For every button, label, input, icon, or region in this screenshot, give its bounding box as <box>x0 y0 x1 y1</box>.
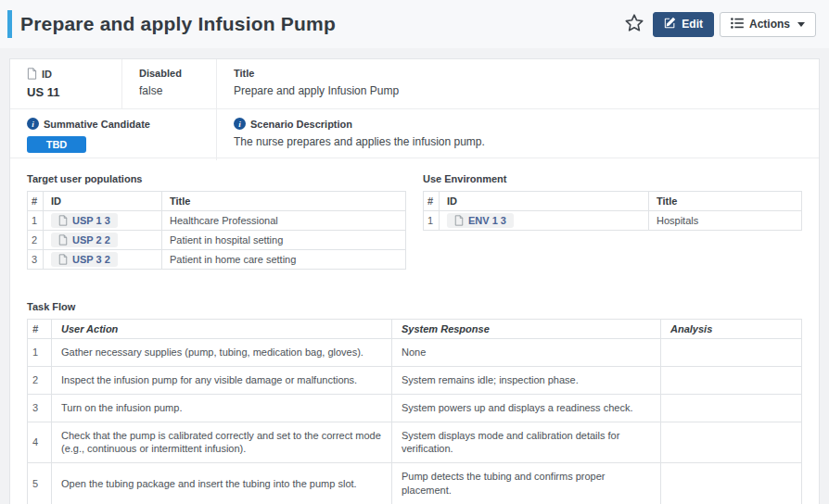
analysis-cell <box>661 463 802 504</box>
system-response-cell: System remains idle; inspection phase. <box>392 366 661 394</box>
pencil-square-icon <box>664 17 676 32</box>
summative-label: Summative Candidate <box>44 119 150 130</box>
document-icon <box>27 68 37 80</box>
table-head: # ID Title <box>28 192 406 211</box>
table-body: 1 ENV 1 3 <box>424 211 802 231</box>
id-chip-link[interactable]: USP 3 2 <box>51 252 118 267</box>
column-header-title: Title <box>649 192 802 211</box>
title-cell: Title Prepare and apply Infusion Pump <box>216 59 819 108</box>
column-header-analysis: Analysis <box>661 320 802 339</box>
table-row: 5 Open the tubing package and insert the… <box>28 463 802 504</box>
table-row: 1 ENV 1 3 <box>424 211 802 231</box>
table-body: 1 Gather necessary supplies (pump, tubin… <box>28 339 802 504</box>
table-row: 2 Inspect the infusion pump for any visi… <box>28 366 802 394</box>
id-cell: ID US 11 <box>10 59 121 108</box>
use-environment-table: # ID Title 1 <box>423 191 802 231</box>
row-title-cell: Hospitals <box>649 211 802 231</box>
id-chip-link[interactable]: USP 2 2 <box>51 233 118 247</box>
content-card: ID US 11 Disabled false Title Prepare an… <box>9 58 820 504</box>
id-chip-label: USP 1 3 <box>72 215 110 226</box>
user-action-cell: Turn on the infusion pump. <box>52 394 392 422</box>
table-body: 1 USP 1 3 <box>28 211 406 270</box>
id-label: ID <box>42 69 52 80</box>
id-chip-label: USP 3 2 <box>72 254 110 265</box>
scenario-description-cell: i Scenario Description The nurse prepare… <box>216 109 819 160</box>
table-row: 3 Turn on the infusion pump. System powe… <box>28 394 802 422</box>
document-icon <box>58 234 68 246</box>
user-action-cell: Check that the pump is calibrated correc… <box>52 422 392 463</box>
title-value: Prepare and apply Infusion Pump <box>234 84 802 97</box>
id-value: US 11 <box>27 85 105 99</box>
edit-button[interactable]: Edit <box>653 12 714 37</box>
document-icon <box>454 215 464 226</box>
row-id-cell: USP 2 2 <box>44 231 162 250</box>
row-title-cell: Healthcare Professional <box>162 211 406 231</box>
actions-button-label: Actions <box>749 18 790 31</box>
user-action-cell: Gather necessary supplies (pump, tubing,… <box>52 339 392 367</box>
favorite-star-button[interactable] <box>623 12 645 37</box>
table-head: # ID Title <box>424 192 802 211</box>
column-header-title: Title <box>162 192 406 211</box>
row-id-cell: USP 3 2 <box>44 250 162 270</box>
column-header-id: ID <box>440 192 649 211</box>
document-icon <box>58 215 68 226</box>
system-response-cell: None <box>392 339 661 367</box>
column-header-user-action: User Action <box>52 320 392 339</box>
list-icon <box>731 18 744 32</box>
table-head: # User Action System Response Analysis <box>28 320 802 339</box>
scenario-label-row: i Scenario Description <box>234 118 802 130</box>
system-response-cell: Pump detects the tubing and confirms pro… <box>392 463 661 504</box>
summative-candidate-cell: i Summative Candidate TBD <box>10 109 216 160</box>
star-icon <box>623 12 645 37</box>
analysis-cell <box>661 339 802 367</box>
table-row: 3 USP 3 2 <box>28 250 406 270</box>
row-number: 1 <box>28 339 52 367</box>
row-id-cell: ENV 1 3 <box>440 211 649 231</box>
document-icon <box>58 254 68 265</box>
summative-tbd-badge[interactable]: TBD <box>27 136 86 153</box>
disabled-cell: Disabled false <box>121 59 216 108</box>
column-header-id: ID <box>44 192 162 211</box>
title-label: Title <box>234 68 802 79</box>
table-row: 1 Gather necessary supplies (pump, tubin… <box>28 339 802 367</box>
disabled-label: Disabled <box>139 68 199 79</box>
info-row-1: ID US 11 Disabled false Title Prepare an… <box>10 59 819 109</box>
scenario-value: The nurse prepares and applies the infus… <box>234 135 802 148</box>
task-flow-title: Task Flow <box>27 301 802 312</box>
target-user-populations-title: Target user populations <box>27 173 406 184</box>
system-response-cell: System powers up and displays a readines… <box>392 394 661 422</box>
row-number: 1 <box>28 211 44 231</box>
id-chip-link[interactable]: USP 1 3 <box>51 213 118 228</box>
edit-button-label: Edit <box>682 18 703 31</box>
page-title: Prepare and apply Infusion Pump <box>20 13 336 35</box>
title-accent-bar <box>7 10 12 38</box>
row-number: 4 <box>28 422 52 463</box>
row-title-cell: Patient in hospital setting <box>162 231 406 250</box>
row-number: 2 <box>28 231 44 250</box>
row-title-cell: Patient in home care setting <box>162 250 406 270</box>
user-action-cell: Open the tubing package and insert the t… <box>52 463 392 504</box>
table-row: 4 Check that the pump is calibrated corr… <box>28 422 802 463</box>
id-chip-label: ENV 1 3 <box>468 215 506 226</box>
user-action-cell: Inspect the infusion pump for any visibl… <box>52 366 392 394</box>
scenario-label: Scenario Description <box>250 119 352 130</box>
info-row-2: i Summative Candidate TBD i Scenario Des… <box>10 109 819 158</box>
header-row: # ID Title <box>28 192 406 211</box>
task-flow-section: Task Flow # User Action System Response … <box>27 301 802 504</box>
disabled-value: false <box>139 84 199 97</box>
row-number: 3 <box>28 394 52 422</box>
header-row: # User Action System Response Analysis <box>28 320 802 339</box>
id-chip-link[interactable]: ENV 1 3 <box>447 213 514 228</box>
analysis-cell <box>661 394 802 422</box>
chevron-down-icon <box>797 22 805 27</box>
target-user-populations-table: # ID Title 1 <box>27 191 406 270</box>
use-environment-section: Use Environment # ID Title 1 <box>423 173 802 270</box>
actions-button[interactable]: Actions <box>720 12 816 37</box>
summative-label-row: i Summative Candidate <box>27 118 199 130</box>
analysis-cell <box>661 422 802 463</box>
id-chip-label: USP 2 2 <box>72 234 110 246</box>
header-row: # ID Title <box>424 192 802 211</box>
table-row: 2 USP 2 2 <box>28 231 406 250</box>
info-icon: i <box>234 118 246 130</box>
analysis-cell <box>661 366 802 394</box>
